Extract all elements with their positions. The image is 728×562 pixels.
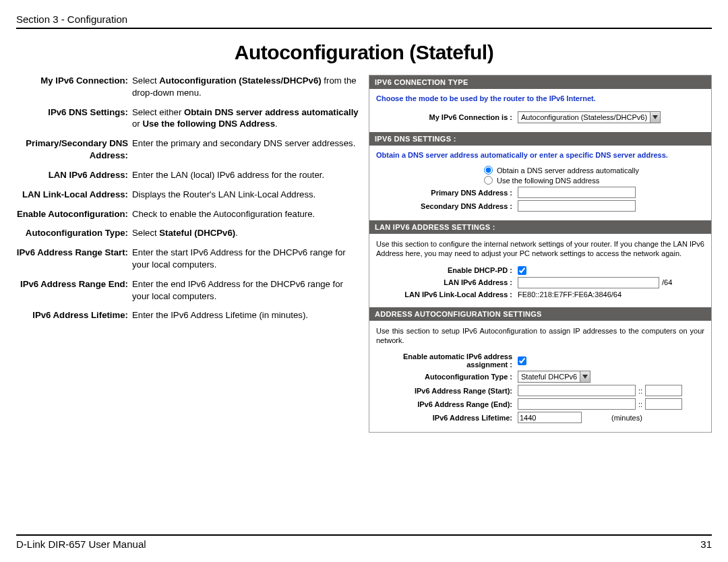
def-value: Enter the start IPv6 Address for the DHC… bbox=[132, 247, 359, 271]
lan-ipv6-suffix: /64 bbox=[662, 278, 672, 286]
def-value: Select Stateful (DHCPv6). bbox=[132, 227, 359, 239]
def-label: LAN IPv6 Address: bbox=[16, 169, 132, 181]
secondary-dns-label: Secondary DNS Address : bbox=[376, 202, 518, 210]
def-value: Select either Obtain DNS server address … bbox=[132, 106, 359, 131]
range-start-label: IPv6 Address Range (Start): bbox=[376, 387, 518, 395]
primary-dns-label: Primary DNS Address : bbox=[376, 189, 518, 197]
range-end-input-1[interactable] bbox=[518, 398, 636, 410]
range-end-label: IPv6 Address Range (End): bbox=[376, 400, 518, 408]
def-value: Enter the primary and secondary DNS serv… bbox=[132, 137, 359, 162]
lan-ipv6-input[interactable] bbox=[518, 277, 659, 288]
lan-linklocal-label: LAN IPv6 Link-Local Address : bbox=[376, 290, 518, 299]
def-value: Select Autoconfiguration (Stateless/DHCP… bbox=[132, 75, 359, 99]
range-sep: :: bbox=[638, 387, 642, 395]
panel-intro-text: Choose the mode to be used by the router… bbox=[376, 94, 704, 102]
chevron-down-icon[interactable] bbox=[580, 371, 590, 382]
page-title: Autoconfiguration (Stateful) bbox=[16, 41, 712, 64]
panel-heading-dns: IPv6 DNS SETTINGS : bbox=[369, 132, 711, 146]
page-footer: D-Link DIR-657 User Manual 31 bbox=[16, 534, 712, 550]
autoconf-intro-text: Use this section to setup IPv6 Autoconfi… bbox=[376, 326, 704, 346]
panel-heading-autoconf: ADDRESS AUTOCONFIGURATION SETTINGS bbox=[369, 307, 711, 321]
footer-manual: D-Link DIR-657 User Manual bbox=[16, 538, 146, 550]
range-start-input-2[interactable] bbox=[645, 385, 682, 396]
def-label: IPv6 Address Lifetime: bbox=[16, 309, 132, 321]
range-sep: :: bbox=[638, 400, 642, 408]
panel-heading-conn: IPv6 CONNECTION TYPE bbox=[369, 75, 711, 89]
panel-heading-lan: LAN IPv6 ADDRESS SETTINGS : bbox=[369, 220, 711, 234]
def-label: Primary/Secondary DNS Address: bbox=[16, 137, 132, 162]
dns-manual-label: Use the following DNS address bbox=[497, 177, 599, 185]
enable-dhcp-pd-checkbox[interactable] bbox=[518, 266, 526, 275]
def-label: IPv6 Address Range Start: bbox=[16, 247, 132, 271]
chevron-down-icon[interactable] bbox=[650, 112, 660, 123]
primary-dns-input[interactable] bbox=[518, 187, 636, 198]
dns-auto-label: Obtain a DNS server address automaticall… bbox=[497, 166, 639, 175]
lan-linklocal-value: FE80::218:E7FF:FE6A:3846/64 bbox=[518, 290, 621, 299]
lan-ipv6-label: LAN IPv6 Address : bbox=[376, 278, 518, 286]
def-value: Displays the Router's LAN Link-Local Add… bbox=[132, 189, 359, 201]
dns-intro-text: Obtain a DNS server address automaticall… bbox=[376, 151, 704, 159]
enable-dhcp-pd-label: Enable DHCP-PD : bbox=[376, 266, 518, 274]
lan-intro-text: Use this section to configure the intern… bbox=[376, 239, 704, 259]
lifetime-label: IPv6 Address Lifetime: bbox=[376, 414, 518, 422]
content-columns: My IPv6 Connection:Select Autoconfigurat… bbox=[16, 75, 712, 433]
definitions-column: My IPv6 Connection:Select Autoconfigurat… bbox=[16, 75, 359, 433]
my-ipv6-label: My IPv6 Connection is : bbox=[376, 113, 518, 121]
def-label: IPv6 Address Range End: bbox=[16, 278, 132, 303]
def-label: Autoconfiguration Type: bbox=[16, 227, 132, 239]
def-value: Enter the LAN (local) IPv6 address for t… bbox=[132, 169, 359, 181]
def-value: Enter the IPv6 Address Lifetime (in minu… bbox=[132, 309, 359, 321]
def-value: Enter the end IPv6 Address for the DHCPv… bbox=[132, 278, 359, 303]
enable-auto-ipv6-checkbox[interactable] bbox=[518, 356, 526, 365]
router-ui-panel: IPv6 CONNECTION TYPE Choose the mode to … bbox=[369, 75, 712, 433]
def-label: My IPv6 Connection: bbox=[16, 75, 132, 99]
footer-page-number: 31 bbox=[700, 538, 712, 550]
range-start-input-1[interactable] bbox=[518, 385, 636, 396]
dns-auto-radio[interactable] bbox=[484, 166, 493, 175]
autoconf-type-dropdown[interactable]: Stateful DHCPv6 bbox=[518, 371, 590, 383]
def-label: LAN Link-Local Address: bbox=[16, 189, 132, 201]
lifetime-input[interactable] bbox=[518, 412, 582, 423]
def-label: IPv6 DNS Settings: bbox=[16, 106, 132, 131]
dns-manual-radio[interactable] bbox=[484, 176, 493, 185]
my-ipv6-dropdown[interactable]: Autoconfiguration (Stateless/DHCPv6) bbox=[518, 111, 661, 123]
section-header: Section 3 - Configuration bbox=[16, 13, 712, 29]
def-label: Enable Autoconfiguration: bbox=[16, 208, 132, 220]
enable-auto-ipv6-label: Enable automatic IPv6 address assignment… bbox=[376, 352, 518, 369]
def-value: Check to enable the Autoconfiguration fe… bbox=[132, 208, 359, 220]
lifetime-unit: (minutes) bbox=[611, 414, 642, 422]
secondary-dns-input[interactable] bbox=[518, 200, 636, 212]
autoconf-type-label: Autoconfiguration Type : bbox=[376, 373, 518, 381]
range-end-input-2[interactable] bbox=[645, 398, 682, 410]
